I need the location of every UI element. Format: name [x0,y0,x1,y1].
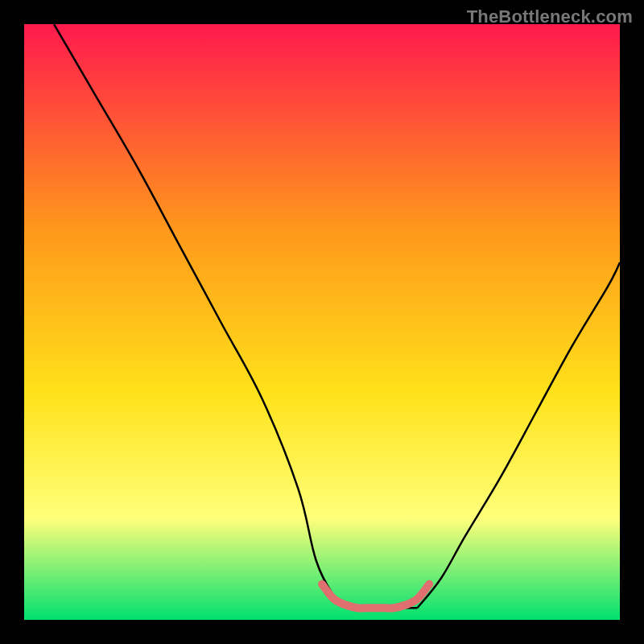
plot-frame [24,24,620,620]
stage: TheBottleneck.com [0,0,644,644]
bottleneck-chart [24,24,620,620]
gradient-background [24,24,620,620]
